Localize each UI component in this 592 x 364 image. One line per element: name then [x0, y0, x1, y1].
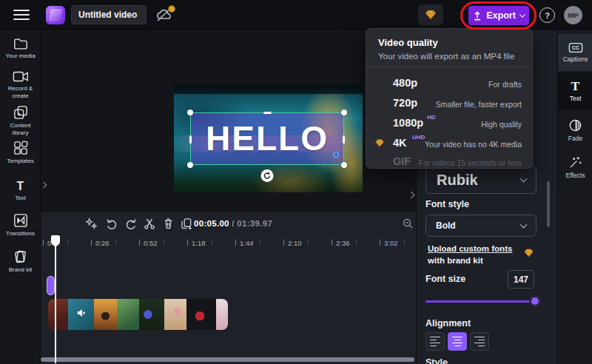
clip-thumbnail [164, 299, 186, 330]
sidebar-item-label: Record & create [2, 85, 39, 99]
font-style-select[interactable]: Bold [426, 215, 536, 237]
timeline-horizontal-scrollbar[interactable] [41, 357, 414, 362]
tab-effects[interactable]: Effects [558, 149, 592, 185]
cloud-backup-off-icon[interactable] [155, 7, 175, 24]
avatar[interactable]: MP [564, 6, 582, 24]
slider-track[interactable] [426, 300, 541, 303]
tab-text[interactable]: T Text [558, 73, 592, 109]
rotate-handle[interactable] [261, 169, 274, 182]
svg-text:CC: CC [572, 45, 579, 50]
content-library-icon [13, 105, 28, 120]
uhd-badge: UHD [412, 134, 425, 141]
clip-thumbnail [94, 299, 117, 330]
panel-scrollbar[interactable] [547, 181, 550, 227]
gem-icon [374, 138, 385, 148]
undo-button[interactable] [104, 216, 119, 231]
sidebar-item-record-create[interactable]: Record & create [0, 70, 41, 99]
clip-thumbnail [216, 299, 228, 330]
suggestions-sparkle-icon[interactable] [84, 216, 98, 231]
sidebar-item-content-library[interactable]: Content library [0, 105, 41, 136]
timecode: 00:05.00 / 01:39.97 [194, 219, 272, 228]
sidebar-item-your-media[interactable]: Your media [0, 37, 41, 60]
menu-item-4k[interactable]: 4K UHD Your video has no 4K media [366, 134, 532, 153]
quality-hint: High quality [481, 120, 522, 129]
split-scissors-button[interactable] [142, 216, 157, 231]
sidebar-item-brand-kit[interactable]: Brand kit [0, 249, 41, 274]
premium-gem-button[interactable] [418, 4, 443, 25]
timeline-video-clip[interactable] [48, 299, 228, 330]
sidebar-item-transitions[interactable]: Transitions [0, 213, 41, 237]
playhead[interactable] [55, 236, 56, 363]
quality-label: 480p [393, 77, 417, 89]
font-size-input[interactable]: 147 [508, 270, 534, 289]
time-separator: / [232, 219, 235, 228]
align-right-button[interactable] [470, 332, 489, 351]
templates-icon [13, 141, 28, 155]
quality-label: 720p [393, 97, 417, 109]
clip-thumbnail [117, 299, 139, 330]
resize-handle-top[interactable] [263, 112, 272, 114]
gem-icon [523, 248, 534, 258]
clipchamp-logo[interactable] [46, 6, 65, 24]
project-title-input[interactable] [71, 5, 147, 24]
style-label: Style [426, 357, 448, 364]
folder-icon [13, 37, 28, 50]
hamburger-menu-icon[interactable] [13, 10, 30, 20]
resize-handle-left[interactable] [189, 135, 192, 144]
font-size-slider[interactable] [426, 295, 541, 307]
sidebar-item-label: Templates [2, 158, 39, 165]
resize-handle-bl[interactable] [187, 162, 193, 168]
zoom-out-button[interactable] [400, 216, 415, 231]
font-style-label: Font style [426, 199, 469, 209]
divider [366, 67, 532, 67]
tab-captions[interactable]: CC Captions [558, 34, 592, 71]
clipchamp-editor: Export ? MP Your media Record & create C… [0, 0, 592, 364]
brand-kit-icon [13, 249, 28, 264]
sidebar-item-label: Brand kit [2, 266, 39, 274]
help-button[interactable]: ? [539, 7, 555, 23]
clip-thumbnail [186, 299, 216, 330]
sidebar-item-templates[interactable]: Templates [0, 141, 41, 165]
transitions-icon [13, 213, 28, 228]
ruler-tick-label: 0:52 [144, 239, 158, 247]
upload-icon [473, 11, 482, 21]
muted-audio-icon [77, 309, 86, 317]
resize-handle-br[interactable] [341, 162, 347, 168]
duplicate-button[interactable] [179, 216, 194, 231]
alignment-buttons [426, 332, 489, 351]
font-family-value: Rubik [426, 172, 478, 189]
font-size-label: Font size [426, 274, 465, 284]
rotate-icon [263, 172, 272, 180]
slider-thumb[interactable] [529, 295, 541, 307]
timeline: 00:05.00 / 01:39.97 0 0:26 0:52 1:18 1:4… [41, 211, 416, 364]
align-center-button[interactable] [448, 332, 467, 351]
question-icon: ? [545, 11, 550, 20]
resize-handle-right[interactable] [343, 135, 345, 144]
menu-item-720p[interactable]: 720p Smaller file, faster export [366, 94, 532, 113]
video-canvas[interactable]: HELLO [174, 85, 363, 192]
resize-handle-tl[interactable] [187, 109, 193, 115]
right-sidebar: CC Captions T Text Fade Effects [557, 30, 592, 364]
export-button[interactable]: Export [468, 6, 529, 25]
text-selection-box[interactable]: HELLO [190, 112, 344, 165]
timeline-ruler[interactable]: 0 0:26 0:52 1:18 1:44 2:10 2:36 3:02 [41, 236, 416, 252]
notification-badge [168, 5, 175, 13]
effects-wand-icon [568, 155, 582, 169]
menu-item-480p[interactable]: 480p For drafts [366, 74, 532, 93]
resize-handle-tr[interactable] [341, 109, 347, 115]
ruler-tick-label: 0:26 [95, 239, 110, 247]
redo-button[interactable] [124, 216, 138, 231]
ruler-tick-label: 2:10 [288, 239, 302, 247]
align-left-button[interactable] [426, 332, 445, 351]
delete-button[interactable] [161, 216, 175, 231]
playhead-handle[interactable] [51, 235, 60, 243]
upload-custom-fonts-link[interactable]: Upload custom fonts [428, 244, 512, 253]
tab-fade[interactable]: Fade [558, 112, 592, 148]
sidebar-item-text[interactable]: T Text [0, 181, 41, 202]
quality-label: GIF [393, 155, 411, 167]
timeline-text-clip[interactable] [47, 276, 55, 295]
quality-label: 1080p [393, 117, 423, 129]
top-bar: Export ? MP [0, 0, 592, 30]
menu-item-1080p[interactable]: 1080p HD High quality [366, 114, 532, 133]
overlay-text[interactable]: HELLO [191, 118, 343, 158]
